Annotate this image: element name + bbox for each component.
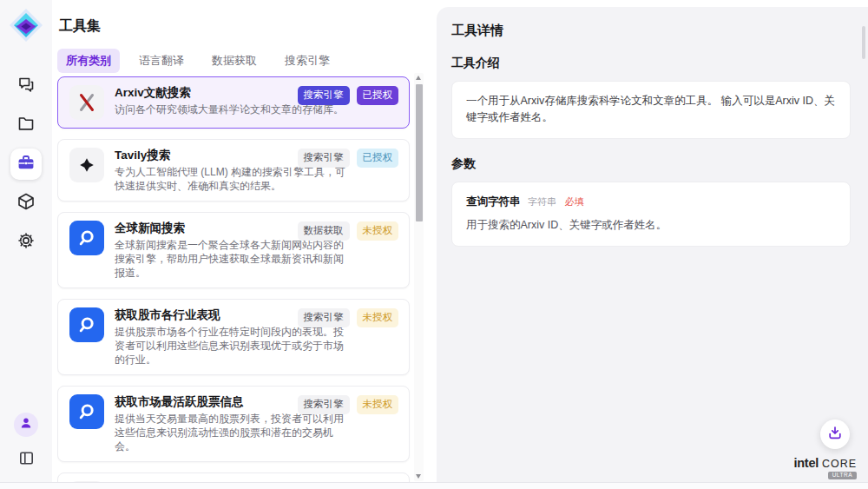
tool-badges: 搜索引擎 已授权 (298, 149, 399, 168)
page-title: 工具集 (59, 17, 101, 36)
tool-badges: 搜索引擎 未授权 (298, 395, 399, 414)
tool-description: 专为人工智能代理 (LLM) 构建的搜索引擎工具，可快速提供实时、准确和真实的结… (115, 165, 351, 193)
bubble-search-icon (69, 307, 104, 342)
tool-details-panel: 工具详情 工具介绍 一个用于从Arxiv存储库搜索科学论文和文章的工具。 输入可… (437, 7, 868, 483)
tool-card[interactable]: 全球新闻搜索 全球新闻搜索是一个聚合全球各大新闻网站内容的搜索引擎，帮助用户快速… (57, 212, 410, 288)
auth-status-badge: 未授权 (357, 308, 399, 327)
intro-box: 一个用于从Arxiv存储库搜索科学论文和文章的工具。 输入可以是Arxiv ID… (451, 81, 851, 139)
param-description: 用于搜索的Arxiv ID、关键字或作者姓名。 (466, 217, 836, 234)
sidebar-item-files[interactable] (10, 109, 42, 141)
intel-product-text: CORE (822, 459, 857, 470)
intel-core-logo: intel CORE ULTRA (794, 457, 857, 479)
sidebar-bottom (13, 413, 39, 472)
tool-badges: 搜索引擎 未授权 (298, 308, 399, 327)
cube-icon (16, 192, 36, 215)
tab-data-fetching[interactable]: 数据获取 (203, 49, 266, 73)
param-name: 查询字符串 (466, 195, 521, 208)
download-button[interactable] (820, 420, 850, 449)
user-avatar[interactable] (14, 413, 38, 437)
category-badge: 搜索引擎 (298, 149, 350, 168)
category-badge: 搜索引擎 (298, 308, 350, 327)
folder-icon (16, 114, 36, 136)
window-bottom-strip (0, 482, 868, 489)
panel-toggle-icon (17, 449, 36, 471)
tool-badges: 数据获取 未授权 (298, 221, 399, 241)
download-icon (827, 425, 843, 444)
category-badge: 数据获取 (298, 221, 350, 241)
sparkle-icon (69, 148, 104, 182)
auth-status-badge: 未授权 (357, 221, 399, 241)
tool-card[interactable]: 获取股市各行业表现 提供股票市场各个行业在特定时间段内的表现。投资者可以利用这些… (57, 299, 410, 375)
sidebar-collapse-button[interactable] (13, 446, 39, 472)
user-icon (19, 416, 33, 433)
scrollbar-thumb[interactable] (416, 84, 423, 221)
tool-list: Arxiv文献搜索 访问各个研究领域大量科学论文和文章的存储库。 搜索引擎 已授… (57, 76, 413, 483)
sidebar (0, 0, 52, 483)
tab-all-categories[interactable]: 所有类别 (57, 49, 120, 73)
sidebar-nav (10, 70, 42, 258)
param-required-label: 必填 (564, 196, 583, 207)
tool-card[interactable]: 获取市场最活跃股票信息 提供当天交易量最高的股票列表，投资者可以利用这些信息来识… (57, 386, 410, 462)
param-box: 查询字符串 字符串 必填 用于搜索的Arxiv ID、关键字或作者姓名。 (451, 182, 851, 247)
auth-status-badge: 已授权 (357, 149, 399, 168)
scroll-up-arrow-icon[interactable] (416, 76, 421, 80)
tool-card[interactable]: Arxiv文献搜索 访问各个研究领域大量科学论文和文章的存储库。 搜索引擎 已授… (57, 76, 410, 129)
intro-heading: 工具介绍 (451, 56, 851, 71)
auth-status-badge: 已授权 (357, 86, 399, 105)
auth-status-badge: 未授权 (357, 395, 399, 414)
intro-text: 一个用于从Arxiv存储库搜索科学论文和文章的工具。 输入可以是Arxiv ID… (466, 95, 835, 123)
details-title: 工具详情 (451, 23, 851, 39)
sidebar-item-models[interactable] (10, 188, 42, 219)
list-scrollbar[interactable] (414, 73, 424, 481)
category-badge: 搜索引擎 (298, 395, 350, 414)
chat-icon (16, 75, 36, 97)
params-heading: 参数 (451, 156, 851, 172)
arxiv-icon (69, 85, 104, 120)
intel-badge-text: ULTRA (828, 472, 857, 480)
toolbox-icon (16, 153, 36, 175)
category-badge: 搜索引擎 (298, 86, 350, 105)
tool-description: 提供股票市场各个行业在特定时间段内的表现。投资者可以利用这些信息来识别表现优于或… (115, 325, 351, 367)
sidebar-item-settings[interactable] (10, 227, 42, 258)
bubble-search-icon (69, 394, 104, 429)
tool-badges: 搜索引擎 已授权 (298, 86, 399, 105)
tab-language-translation[interactable]: 语言翻译 (130, 49, 193, 73)
tool-description: 全球新闻搜索是一个聚合全球各大新闻网站内容的搜索引擎，帮助用户快速获取全球最新资… (115, 238, 351, 280)
sidebar-item-chat[interactable] (10, 70, 42, 102)
category-tabs: 所有类别 语言翻译 数据获取 搜索引擎 (57, 49, 339, 73)
param-header: 查询字符串 字符串 必填 (466, 194, 836, 210)
bubble-search-icon (69, 221, 104, 255)
tab-search-engine[interactable]: 搜索引擎 (276, 49, 339, 73)
sidebar-item-tools[interactable] (10, 149, 42, 180)
details-scrollbar-thumb[interactable] (862, 26, 865, 59)
param-type: 字符串 (528, 196, 556, 207)
app-logo-icon (9, 8, 43, 43)
intel-brand-text: intel (794, 457, 819, 470)
gear-icon (16, 231, 36, 254)
scroll-down-arrow-icon[interactable] (416, 474, 421, 479)
tool-card[interactable]: Tavily搜索 专为人工智能代理 (LLM) 构建的搜索引擎工具，可快速提供实… (57, 139, 410, 202)
tool-description: 提供当天交易量最高的股票列表，投资者可以利用这些信息来识别流动性强的股票和潜在的… (115, 412, 351, 453)
tool-list-panel: 工具集 所有类别 语言翻译 数据获取 搜索引擎 Arxiv文献搜索 访问各个研究… (52, 0, 437, 483)
